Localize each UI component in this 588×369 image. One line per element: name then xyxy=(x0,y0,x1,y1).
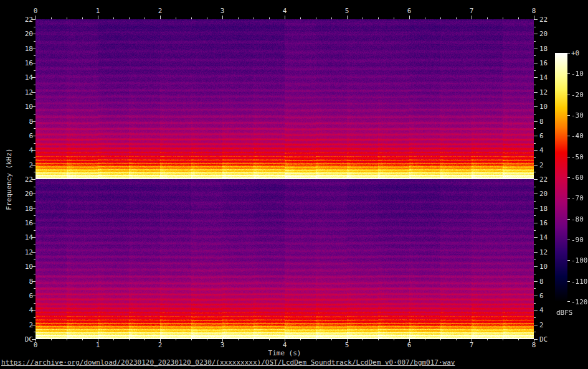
colorbar-tick-mark xyxy=(567,219,570,220)
x-tick-mark xyxy=(36,16,36,19)
x-tick-mark xyxy=(98,339,98,342)
colorbar-tick-label: -30 xyxy=(571,112,584,119)
y-tick-mark xyxy=(534,136,538,136)
x-minor-tick-mark xyxy=(191,17,192,19)
y-minor-tick-mark xyxy=(34,274,36,274)
y-tick-mark xyxy=(32,150,36,151)
x-minor-tick-mark xyxy=(518,339,519,340)
y-tick-label: 14 xyxy=(539,74,548,81)
y-tick-label: 6 xyxy=(539,292,544,299)
x-minor-tick-mark xyxy=(503,17,503,19)
x-minor-tick-mark xyxy=(425,339,425,340)
y-tick-mark xyxy=(32,19,36,20)
y-minor-tick-mark xyxy=(534,41,536,42)
x-minor-tick-mark xyxy=(82,339,83,340)
y-tick-mark xyxy=(534,34,538,34)
y-tick-mark xyxy=(32,208,36,209)
y-tick-label: 10 xyxy=(17,263,33,270)
y-minor-tick-mark xyxy=(34,187,36,187)
y-tick-mark xyxy=(32,77,36,78)
y-tick-label: 20 xyxy=(17,190,33,197)
y-minor-tick-mark xyxy=(534,85,536,85)
x-minor-tick-mark xyxy=(207,339,207,340)
y-tick-label: 6 xyxy=(17,292,33,299)
x-minor-tick-mark xyxy=(129,339,130,340)
y-minor-tick-mark xyxy=(534,215,536,216)
x-minor-tick-mark xyxy=(300,339,301,340)
y-tick-mark xyxy=(32,310,36,311)
colorbar-tick-mark xyxy=(567,177,570,178)
x-minor-tick-mark xyxy=(487,17,488,19)
y-tick-label: 16 xyxy=(17,60,33,67)
y-tick-mark xyxy=(534,150,538,151)
y-tick-mark xyxy=(32,281,36,282)
x-minor-tick-mark xyxy=(487,339,488,340)
x-minor-tick-mark xyxy=(67,339,67,340)
x-minor-tick-mark xyxy=(363,17,363,19)
y-minor-tick-mark xyxy=(534,128,536,129)
y-minor-tick-mark xyxy=(34,114,36,114)
colorbar-tick-label: +0 xyxy=(571,50,579,57)
x-minor-tick-mark xyxy=(425,17,425,19)
x-tick-mark xyxy=(36,339,36,342)
y-tick-mark xyxy=(534,92,538,93)
y-tick-label: 4 xyxy=(17,307,33,314)
x-minor-tick-mark xyxy=(51,339,52,340)
x-tick-label: 6 xyxy=(407,342,412,348)
source-url-link[interactable]: https://archive·org/download/20230120_20… xyxy=(1,359,455,366)
colorbar-tick-mark xyxy=(567,240,570,240)
colorbar-tick-label: -120 xyxy=(571,299,588,306)
x-tick-label: 7 xyxy=(470,342,474,348)
x-tick-label: 3 xyxy=(220,342,225,348)
x-minor-tick-mark xyxy=(440,339,441,340)
y-tick-mark xyxy=(32,266,36,267)
y-tick-label: 10 xyxy=(539,263,548,270)
y-tick-mark xyxy=(534,296,538,296)
y-minor-tick-mark xyxy=(534,172,536,172)
y-tick-mark xyxy=(32,34,36,34)
x-minor-tick-mark xyxy=(363,339,363,340)
colorbar-tick-label: -80 xyxy=(571,216,584,223)
y-tick-label: 22 xyxy=(539,176,548,183)
colorbar-tick-label: -10 xyxy=(571,70,584,77)
colorbar-tick-mark xyxy=(567,157,570,157)
x-minor-tick-mark xyxy=(456,339,457,340)
y-tick-mark xyxy=(534,339,538,340)
colorbar-tick-mark xyxy=(567,198,570,199)
x-tick-label: 5 xyxy=(345,7,349,14)
y-tick-label: 8 xyxy=(17,278,33,285)
y-minor-tick-mark xyxy=(34,332,36,332)
y-tick-mark xyxy=(534,49,538,49)
y-minor-tick-mark xyxy=(534,100,536,100)
y-minor-tick-mark xyxy=(34,201,36,202)
y-tick-mark xyxy=(534,310,538,311)
y-tick-mark xyxy=(534,325,538,325)
x-minor-tick-mark xyxy=(331,17,332,19)
y-minor-tick-mark xyxy=(34,259,36,260)
y-minor-tick-mark xyxy=(34,215,36,216)
x-tick-label: 0 xyxy=(34,342,38,348)
x-tick-label: 4 xyxy=(283,7,287,14)
y-tick-mark xyxy=(32,165,36,166)
x-minor-tick-mark xyxy=(456,17,457,19)
x-minor-tick-mark xyxy=(300,17,301,19)
x-tick-label: 2 xyxy=(158,342,163,348)
y-tick-mark xyxy=(534,266,538,267)
x-tick-label: 2 xyxy=(158,7,163,14)
y-tick-mark xyxy=(32,121,36,122)
x-tick-mark xyxy=(222,339,223,342)
y-tick-mark xyxy=(534,19,538,20)
colorbar-tick-label: -70 xyxy=(571,195,584,202)
x-minor-tick-mark xyxy=(316,339,316,340)
y-minor-tick-mark xyxy=(534,27,536,27)
y-tick-mark xyxy=(534,179,538,180)
y-minor-tick-mark xyxy=(34,100,36,100)
y-tick-label: 2 xyxy=(539,322,544,329)
x-tick-label: 6 xyxy=(407,7,412,14)
x-minor-tick-mark xyxy=(238,17,239,19)
y-tick-label: 10 xyxy=(17,103,33,110)
y-minor-tick-mark xyxy=(534,303,536,304)
colorbar-tick-mark xyxy=(567,95,570,95)
x-minor-tick-mark xyxy=(440,17,441,19)
y-minor-tick-mark xyxy=(34,172,36,172)
